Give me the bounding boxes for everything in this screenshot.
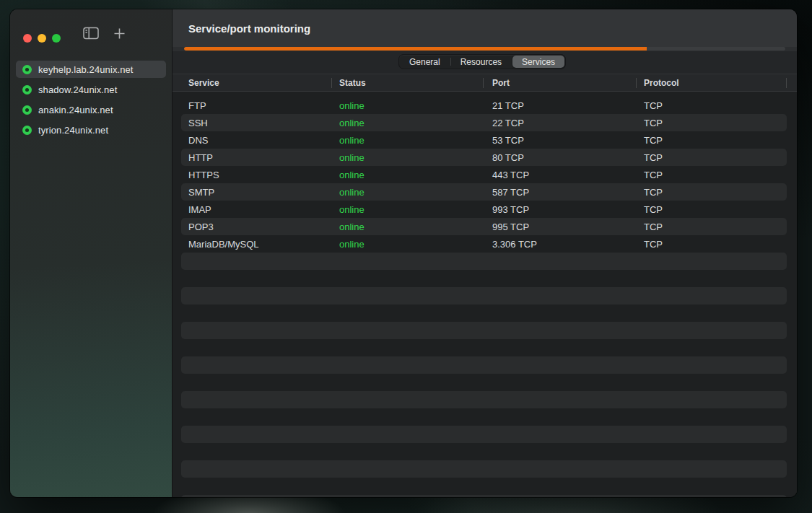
cell-protocol: TCP	[644, 239, 787, 250]
cell-service: HTTPS	[181, 170, 339, 180]
cell-status: online	[339, 170, 492, 180]
cell-status: online	[339, 204, 492, 215]
tab-resources[interactable]: Resources	[450, 55, 512, 69]
tab-services[interactable]: Services	[512, 56, 564, 68]
table-row-empty	[181, 495, 787, 497]
cell-port: 22 TCP	[492, 118, 644, 128]
tab-strip: GeneralResourcesServices	[173, 51, 797, 74]
cell-protocol: TCP	[644, 222, 787, 232]
cell-status: online	[339, 222, 492, 232]
traffic-lights	[23, 34, 61, 43]
tab-control: GeneralResourcesServices	[398, 54, 566, 69]
sidebar-item-server[interactable]: tyrion.24unix.net	[16, 121, 166, 139]
table-row-empty	[181, 460, 787, 478]
progress-bar-fill	[184, 47, 647, 51]
cell-service: MariaDB/MySQL	[181, 239, 339, 250]
cell-protocol: TCP	[644, 118, 787, 128]
cell-protocol: TCP	[644, 135, 787, 146]
sidebar-item-server[interactable]: anakin.24unix.net	[16, 101, 166, 118]
cell-protocol: TCP	[644, 100, 787, 111]
sidebar-toggle-icon	[83, 27, 99, 40]
table-row[interactable]: DNSonline53 TCPTCP	[181, 131, 787, 149]
table-row-empty	[181, 374, 787, 391]
server-status-dot-icon	[22, 126, 32, 135]
table-row-empty	[181, 322, 787, 339]
cell-service: SSH	[181, 118, 339, 128]
cell-status: online	[339, 239, 492, 250]
sidebar-toggle-button[interactable]	[80, 22, 102, 44]
progress-bar-track	[184, 47, 785, 51]
table-row[interactable]: HTTPSonline443 TCPTCP	[181, 166, 787, 183]
server-label: keyhelp.lab.24unix.net	[38, 64, 134, 75]
cell-port: 3.306 TCP	[492, 239, 644, 250]
column-header-status[interactable]: Status	[339, 74, 366, 92]
add-server-button[interactable]	[108, 22, 130, 44]
table-row-empty	[181, 391, 787, 408]
column-divider	[483, 78, 484, 88]
table-row-empty	[181, 287, 787, 304]
cell-status: online	[339, 118, 492, 128]
column-divider	[636, 78, 637, 88]
cell-service: HTTP	[181, 152, 339, 163]
cell-protocol: TCP	[644, 152, 787, 163]
column-header-protocol[interactable]: Protocol	[644, 74, 679, 92]
server-label: shadow.24unix.net	[38, 84, 117, 95]
sidebar-item-server[interactable]: shadow.24unix.net	[16, 81, 166, 98]
cell-service: FTP	[181, 100, 339, 111]
table-row[interactable]: HTTPonline80 TCPTCP	[181, 149, 787, 166]
column-header-service[interactable]: Service	[188, 74, 219, 92]
table-row-empty	[181, 408, 787, 426]
server-status-dot-icon	[22, 65, 32, 74]
table-row-empty	[181, 270, 787, 287]
column-divider	[786, 78, 787, 88]
cell-port: 443 TCP	[492, 170, 644, 180]
cell-port: 80 TCP	[492, 152, 644, 163]
table-row[interactable]: FTPonline21 TCPTCP	[181, 97, 787, 114]
table-row[interactable]: IMAPonline993 TCPTCP	[181, 201, 787, 218]
table-row-empty	[181, 253, 787, 270]
cell-status: online	[339, 100, 492, 111]
sidebar: keyhelp.lab.24unix.netshadow.24unix.neta…	[10, 9, 173, 497]
tab-general[interactable]: General	[399, 55, 450, 69]
cell-service: DNS	[181, 135, 339, 146]
table-row-empty	[181, 478, 787, 495]
table-row[interactable]: MariaDB/MySQLonline3.306 TCPTCP	[181, 235, 787, 253]
cell-status: online	[339, 152, 492, 163]
cell-status: online	[339, 135, 492, 146]
page-title: Service/port monitoring	[188, 22, 310, 35]
server-label: anakin.24unix.net	[38, 105, 113, 115]
table-header: ServiceStatusPortProtocol	[173, 74, 797, 92]
cell-port: 993 TCP	[492, 204, 644, 215]
cell-status: online	[339, 187, 492, 198]
cell-service: IMAP	[181, 204, 339, 215]
cell-service: POP3	[181, 222, 339, 232]
cell-service: SMTP	[181, 187, 339, 198]
table-row-empty	[181, 304, 787, 322]
close-button[interactable]	[23, 34, 32, 43]
server-status-dot-icon	[22, 105, 32, 115]
zoom-button[interactable]	[52, 34, 61, 43]
cell-port: 587 TCP	[492, 187, 644, 198]
table-row-empty	[181, 356, 787, 374]
server-list: keyhelp.lab.24unix.netshadow.24unix.neta…	[10, 51, 172, 139]
service-table: FTPonline21 TCPTCPSSHonline22 TCPTCPDNSo…	[173, 92, 797, 497]
sidebar-toolbar	[10, 9, 172, 51]
table-row-empty	[181, 443, 787, 460]
column-divider	[331, 78, 332, 88]
table-row[interactable]: SMTPonline587 TCPTCP	[181, 183, 787, 201]
cell-protocol: TCP	[644, 204, 787, 215]
table-row[interactable]: SSHonline22 TCPTCP	[181, 114, 787, 131]
table-row[interactable]: POP3online995 TCPTCP	[181, 218, 787, 235]
server-label: tyrion.24unix.net	[38, 125, 108, 136]
cell-port: 995 TCP	[492, 222, 644, 232]
column-header-port[interactable]: Port	[492, 74, 510, 92]
cell-protocol: TCP	[644, 187, 787, 198]
app-window: keyhelp.lab.24unix.netshadow.24unix.neta…	[10, 9, 797, 497]
main-pane: Service/port monitoring GeneralResources…	[173, 9, 797, 497]
minimize-button[interactable]	[38, 34, 46, 43]
plus-icon	[113, 27, 126, 40]
cell-port: 53 TCP	[492, 135, 644, 146]
sidebar-item-server[interactable]: keyhelp.lab.24unix.net	[16, 61, 166, 78]
server-status-dot-icon	[22, 85, 32, 95]
cell-port: 21 TCP	[492, 100, 644, 111]
